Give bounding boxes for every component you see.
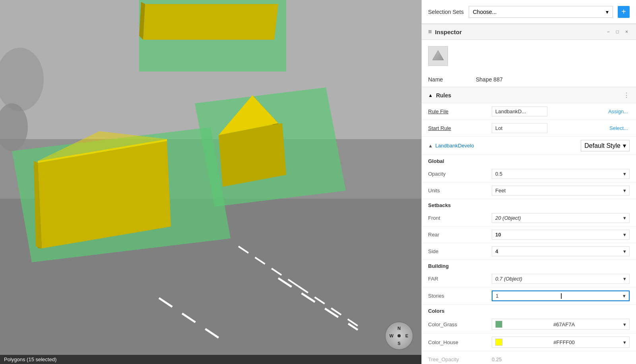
selection-sets-chevron-icon: ▾ <box>606 9 609 15</box>
inspector-minimize-icon[interactable]: − <box>605 29 611 35</box>
opacity-dropdown-chevron-icon: ▾ <box>623 171 626 177</box>
color-grass-swatch <box>495 321 502 328</box>
stories-input[interactable]: 1 ▾ <box>492 290 630 301</box>
rule-file-value-area: LandbankD... Assign... <box>492 106 630 116</box>
rules-section-title: Rules <box>436 92 451 99</box>
start-rule-select-button[interactable]: Select... <box>608 124 630 133</box>
color-house-chevron-icon: ▾ <box>623 339 626 345</box>
selection-sets-value: Choose... <box>473 9 497 15</box>
inspector-title: Inspector <box>435 29 602 35</box>
status-text: Polygons (15 selected) <box>4 356 56 362</box>
color-grass-value-area: #67AF7A ▾ <box>492 319 630 330</box>
3d-viewport[interactable]: N WE S Polygons (15 selected) <box>0 0 421 364</box>
front-label: Front <box>428 215 492 221</box>
rule-file-dropdown[interactable]: LandbankD... <box>492 106 547 116</box>
rules-more-icon[interactable]: ⋮ <box>623 91 630 99</box>
compass-n: N <box>398 326 401 331</box>
inspector-panel: ≡ Inspector − □ × <box>422 24 636 364</box>
inspector-maximize-icon[interactable]: □ <box>615 29 620 35</box>
side-value-area: 4 ▾ <box>492 246 630 256</box>
stories-input-value: 1 <box>496 293 498 299</box>
far-row: FAR 0.7 (Object) ▾ <box>422 271 636 287</box>
side-row: Side 4 ▾ <box>422 243 636 260</box>
start-rule-row: Start Rule Lot Select... <box>422 120 636 137</box>
style-dropdown[interactable]: Default Style ▾ <box>581 140 630 151</box>
name-value: Shape 887 <box>476 76 503 83</box>
global-section-label: Global <box>422 155 636 166</box>
far-dropdown-chevron-icon: ▾ <box>623 276 626 282</box>
setbacks-section-label: Setbacks <box>422 199 636 210</box>
opacity-label: Opacity <box>428 171 492 177</box>
shape-icon <box>428 46 448 66</box>
color-grass-dropdown[interactable]: #67AF7A ▾ <box>492 319 630 330</box>
opacity-value-area: 0.5 ▾ <box>492 169 630 179</box>
name-label: Name <box>428 76 476 83</box>
svg-marker-19 <box>143 4 278 40</box>
front-row: Front 20 (Object) ▾ <box>422 210 636 227</box>
rear-value-area: 10 ▾ <box>492 230 630 240</box>
color-house-label: Color_House <box>428 339 492 345</box>
side-dropdown[interactable]: 4 ▾ <box>492 246 630 256</box>
svg-marker-26 <box>432 50 444 60</box>
rule-file-row: Rule File LandbankD... Assign... <box>422 103 636 120</box>
building-section-label: Building <box>422 260 636 271</box>
inspector-lines-icon: ≡ <box>428 28 432 35</box>
color-house-swatch <box>495 339 502 346</box>
stories-row: Stories 1 ▾ <box>422 287 636 305</box>
color-grass-label: Color_Grass <box>428 321 492 327</box>
tree-opacity-row: Tree_Opacity 0.25 <box>422 351 636 364</box>
style-title[interactable]: LandbankDevelo <box>435 143 474 149</box>
far-label: FAR <box>428 276 492 282</box>
color-grass-chevron-icon: ▾ <box>623 321 626 327</box>
rule-file-assign-button[interactable]: Assign... <box>607 107 630 116</box>
style-row: ▲ LandbankDevelo Default Style ▾ <box>422 137 636 155</box>
status-bar: Polygons (15 selected) <box>0 355 421 364</box>
units-label: Units <box>428 188 492 194</box>
opacity-row: Opacity 0.5 ▾ <box>422 166 636 182</box>
rear-row: Rear 10 ▾ <box>422 227 636 243</box>
selection-sets-dropdown[interactable]: Choose... ▾ <box>469 6 613 18</box>
units-dropdown-chevron-icon: ▾ <box>623 188 626 194</box>
stories-input-chevron-icon: ▾ <box>623 293 626 299</box>
opacity-dropdown[interactable]: 0.5 ▾ <box>492 169 630 179</box>
start-rule-value-area: Lot Select... <box>492 123 630 133</box>
selection-sets-label: Selection Sets <box>428 9 464 15</box>
side-label: Side <box>428 248 492 254</box>
tree-opacity-value-area: 0.25 <box>492 356 630 362</box>
tree-opacity-label: Tree_Opacity <box>428 356 492 362</box>
compass-s: S <box>398 341 400 346</box>
rules-chevron-icon: ▲ <box>428 93 433 98</box>
front-value-area: 20 (Object) ▾ <box>492 213 630 223</box>
rules-section-header[interactable]: ▲ Rules ⋮ <box>422 87 636 103</box>
compass-e: E <box>405 333 408 338</box>
units-row: Units Feet ▾ <box>422 182 636 199</box>
color-house-value-area: #FFFF00 ▾ <box>492 337 630 348</box>
right-panel: Selection Sets Choose... ▾ + ≡ Inspector… <box>421 0 636 364</box>
rear-dropdown[interactable]: 10 ▾ <box>492 230 630 240</box>
side-dropdown-chevron-icon: ▾ <box>623 248 626 254</box>
stories-label: Stories <box>428 293 492 299</box>
compass-w: W <box>389 333 393 338</box>
far-value-area: 0.7 (Object) ▾ <box>492 274 630 284</box>
compass: N WE S <box>385 321 413 350</box>
rule-file-label[interactable]: Rule File <box>428 108 492 114</box>
color-house-dropdown[interactable]: #FFFF00 ▾ <box>492 337 630 348</box>
front-dropdown[interactable]: 20 (Object) ▾ <box>492 213 630 223</box>
start-rule-dropdown[interactable]: Lot <box>492 123 547 133</box>
color-house-row: Color_House #FFFF00 ▾ <box>422 333 636 351</box>
units-dropdown[interactable]: Feet ▾ <box>492 186 630 196</box>
start-rule-label[interactable]: Start Rule <box>428 125 492 131</box>
style-dropdown-chevron-icon: ▾ <box>623 142 626 149</box>
name-row: Name Shape 887 <box>422 72 636 87</box>
far-dropdown[interactable]: 0.7 (Object) ▾ <box>492 274 630 284</box>
rear-label: Rear <box>428 232 492 238</box>
inspector-controls: − □ × <box>605 29 630 35</box>
shape-icon-container <box>422 40 636 72</box>
units-value-area: Feet ▾ <box>492 186 630 196</box>
rear-dropdown-chevron-icon: ▾ <box>623 232 626 238</box>
style-chevron-icon: ▲ <box>428 143 433 149</box>
selection-sets-add-button[interactable]: + <box>618 6 630 18</box>
color-grass-row: Color_Grass #67AF7A ▾ <box>422 316 636 333</box>
inspector-close-icon[interactable]: × <box>624 29 630 35</box>
front-dropdown-chevron-icon: ▾ <box>623 215 626 221</box>
